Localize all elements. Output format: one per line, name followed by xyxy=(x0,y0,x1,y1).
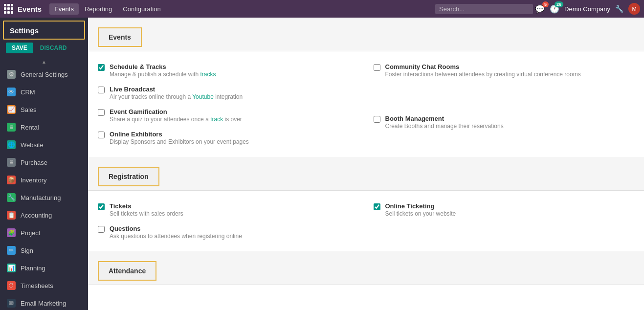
attendance-section-header: Attendance xyxy=(98,261,156,281)
option-tickets-desc: Sell tickets with sales orders xyxy=(110,210,359,217)
sidebar-item-sales[interactable]: 📈 Sales xyxy=(0,101,88,118)
option-event-gamification: Event Gamification Share a quiz to your … xyxy=(98,104,359,127)
option-event-gamification-title: Event Gamification xyxy=(110,108,359,115)
manufacturing-icon: 🔧 xyxy=(7,193,16,202)
sidebar: Settings SAVE DISCARD ▲ ⚙ General Settin… xyxy=(0,18,88,310)
registration-section-header: Registration xyxy=(98,167,159,186)
nav-configuration[interactable]: Configuration xyxy=(118,3,165,15)
checkbox-live-broadcast[interactable] xyxy=(98,87,105,93)
sidebar-item-purchase[interactable]: 🖥 Purchase xyxy=(0,154,88,171)
sales-icon: 📈 xyxy=(7,105,16,114)
rental-icon: 🖥 xyxy=(7,123,16,132)
sidebar-item-inventory[interactable]: 📦 Inventory xyxy=(0,171,88,189)
option-community-chat-desc: Foster interactions between attendees by… xyxy=(385,71,635,78)
option-live-broadcast-desc: Air your tracks online through a Youtube… xyxy=(110,93,359,100)
option-booth-management-desc: Create Booths and manage their reservati… xyxy=(385,123,635,130)
navbar-menu: Events Reporting Configuration xyxy=(49,3,433,15)
option-live-broadcast-title: Live Broadcast xyxy=(110,86,359,93)
save-button[interactable]: SAVE xyxy=(6,43,33,53)
checkbox-online-ticketing[interactable] xyxy=(374,203,380,210)
registration-section: Registration Tickets Sell tickets with s… xyxy=(88,157,644,251)
checkbox-event-gamification[interactable] xyxy=(98,109,105,116)
option-online-exhibitors: Online Exhibitors Display Sponsors and E… xyxy=(98,127,359,149)
option-schedule-tracks-desc: Manage & publish a schedule with tracks xyxy=(110,71,359,78)
sidebar-item-crm[interactable]: 👁 CRM xyxy=(0,83,88,101)
option-booth-management: Booth Management Create Booths and manag… xyxy=(374,111,635,133)
sidebar-item-label: Manufacturing xyxy=(21,194,61,201)
registration-section-body: Tickets Sell tickets with sales orders Q… xyxy=(88,191,644,251)
option-community-chat-title: Community Chat Rooms xyxy=(385,63,635,70)
option-questions-title: Questions xyxy=(110,225,359,232)
sidebar-item-website[interactable]: 🌐 Website xyxy=(0,136,88,154)
sidebar-item-project[interactable]: 🧩 Project xyxy=(0,224,88,242)
sidebar-item-sign[interactable]: ✏ Sign xyxy=(0,242,88,259)
sidebar-item-label: General Settings xyxy=(21,71,68,78)
search-input[interactable] xyxy=(435,4,533,14)
sidebar-item-timesheets[interactable]: ⏱ Timesheets xyxy=(0,277,88,294)
option-live-broadcast-text: Live Broadcast Air your tracks online th… xyxy=(110,86,359,100)
checkbox-community-chat[interactable] xyxy=(374,64,380,71)
crm-icon: 👁 xyxy=(7,88,16,96)
sidebar-item-label: Accounting xyxy=(21,212,52,219)
sidebar-item-label: Planning xyxy=(21,265,45,272)
accounting-icon: 📋 xyxy=(7,211,16,220)
option-questions-desc: Ask questions to attendees when register… xyxy=(110,233,359,240)
option-online-ticketing-desc: Sell tickets on your website xyxy=(385,210,635,217)
nav-reporting[interactable]: Reporting xyxy=(80,3,117,15)
option-event-gamification-desc: Share a quiz to your attendees once a tr… xyxy=(110,116,359,123)
events-section-header: Events xyxy=(98,27,142,47)
apps-menu-icon[interactable] xyxy=(4,4,14,14)
timesheets-icon: ⏱ xyxy=(7,281,16,290)
option-online-ticketing: Online Ticketing Sell tickets on your we… xyxy=(374,199,635,221)
sidebar-item-label: Timesheets xyxy=(21,282,53,289)
sidebar-item-planning[interactable]: 📊 Planning xyxy=(0,259,88,277)
navbar-right: 💬 5 🕐 26 Demo Company 🔧 M xyxy=(535,3,640,15)
option-schedule-tracks-title: Schedule & Tracks xyxy=(110,63,359,70)
sidebar-item-rental[interactable]: 🖥 Rental xyxy=(0,118,88,136)
website-icon: 🌐 xyxy=(7,140,16,149)
company-name: Demo Company xyxy=(564,5,610,13)
checkbox-booth-management[interactable] xyxy=(374,116,380,123)
option-tickets-title: Tickets xyxy=(110,202,359,210)
events-options-grid: Schedule & Tracks Manage & publish a sch… xyxy=(98,59,634,149)
option-schedule-tracks-text: Schedule & Tracks Manage & publish a sch… xyxy=(110,63,359,78)
sidebar-item-label: Purchase xyxy=(21,159,47,166)
settings-header: Settings xyxy=(3,21,85,40)
option-questions-text: Questions Ask questions to attendees whe… xyxy=(110,225,359,240)
registration-col-left: Tickets Sell tickets with sales orders Q… xyxy=(98,199,359,244)
avatar[interactable]: M xyxy=(628,3,640,15)
wrench-icon[interactable]: 🔧 xyxy=(615,5,623,13)
checkbox-tickets[interactable] xyxy=(98,203,105,210)
sidebar-item-email[interactable]: ✉ Email Marketing xyxy=(0,294,88,310)
general-icon: ⚙ xyxy=(7,70,16,79)
nav-events[interactable]: Events xyxy=(49,3,79,15)
option-online-exhibitors-title: Online Exhibitors xyxy=(110,131,359,138)
option-community-chat: Community Chat Rooms Foster interactions… xyxy=(374,59,635,82)
inventory-icon: 📦 xyxy=(7,176,16,184)
settings-content: Events Schedule & Tracks Manage & publis… xyxy=(88,18,644,310)
sidebar-item-general[interactable]: ⚙ General Settings xyxy=(0,66,88,83)
chat-icon[interactable]: 💬 5 xyxy=(535,4,545,14)
events-col-left: Schedule & Tracks Manage & publish a sch… xyxy=(98,59,359,149)
option-questions: Questions Ask questions to attendees whe… xyxy=(98,221,359,244)
clock-icon[interactable]: 🕐 26 xyxy=(550,4,559,14)
project-icon: 🧩 xyxy=(7,228,16,237)
sidebar-item-accounting[interactable]: 📋 Accounting xyxy=(0,206,88,224)
sidebar-item-label: Website xyxy=(21,141,44,149)
registration-options-grid: Tickets Sell tickets with sales orders Q… xyxy=(98,199,634,244)
scroll-up-indicator: ▲ xyxy=(0,58,88,66)
checkbox-online-exhibitors[interactable] xyxy=(98,132,105,138)
sidebar-item-label: CRM xyxy=(21,89,35,96)
option-online-exhibitors-desc: Display Sponsors and Exhibitors on your … xyxy=(110,138,359,145)
discard-button[interactable]: DISCARD xyxy=(36,43,71,53)
app-brand: Events xyxy=(18,5,42,13)
checkbox-schedule-tracks[interactable] xyxy=(98,64,105,71)
option-online-ticketing-text: Online Ticketing Sell tickets on your we… xyxy=(385,202,635,217)
option-schedule-tracks: Schedule & Tracks Manage & publish a sch… xyxy=(98,59,359,82)
checkbox-questions[interactable] xyxy=(98,226,105,233)
sidebar-item-manufacturing[interactable]: 🔧 Manufacturing xyxy=(0,189,88,206)
option-booth-management-text: Booth Management Create Booths and manag… xyxy=(385,115,635,130)
sidebar-item-label: Sign xyxy=(21,247,33,254)
sidebar-item-label: Email Marketing xyxy=(21,300,66,307)
option-tickets: Tickets Sell tickets with sales orders xyxy=(98,199,359,221)
